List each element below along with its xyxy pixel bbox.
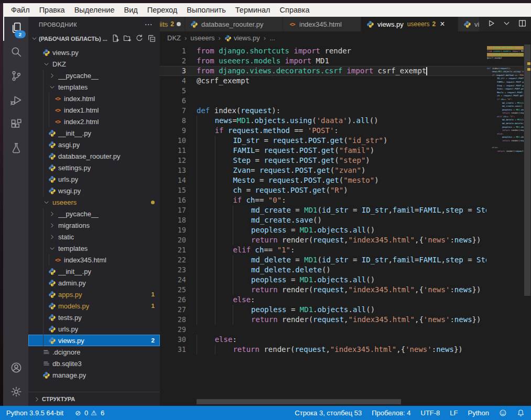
- problems-indicator[interactable]: ⊘0 ⚠6: [75, 409, 104, 417]
- scrollbar-thumb[interactable]: [524, 45, 530, 296]
- activity-account-button[interactable]: [3, 357, 28, 381]
- code-line-28[interactable]: 28return render(request,"index345.html",…: [160, 315, 524, 325]
- code-line-18[interactable]: 18md_create.save(): [160, 215, 524, 225]
- tree-item-views.py[interactable]: views.py: [28, 47, 160, 58]
- code-line-4[interactable]: 4@csrf_exempt: [160, 76, 524, 86]
- tab-diiits[interactable]: diiits2: [160, 17, 185, 31]
- menu-item-4[interactable]: Переход: [143, 4, 182, 16]
- menu-item-1[interactable]: Правка: [35, 4, 70, 16]
- tree-item-migrations[interactable]: migrations: [28, 219, 160, 231]
- feedback-icon[interactable]: [499, 409, 507, 417]
- activity-testing-button[interactable]: [3, 137, 28, 161]
- code-line-27[interactable]: 27peopless = MD1.objects.all(): [160, 305, 524, 315]
- tree-item-DKZ[interactable]: DKZ: [28, 58, 160, 70]
- tree-item-database_roouter.py[interactable]: database_roouter.py: [28, 150, 160, 162]
- code-line-29[interactable]: 29: [160, 325, 524, 335]
- code-line-3[interactable]: 3from django.views.decorators.csrf impor…: [160, 66, 524, 76]
- tab-vie[interactable]: vie: [458, 17, 479, 31]
- tab-database_roouter.py[interactable]: database_roouter.py: [185, 17, 283, 31]
- tree-item-templates[interactable]: templates: [28, 81, 160, 93]
- code-line-2[interactable]: 2from useeers.models import MD1: [160, 56, 524, 66]
- horizontal-scrollbar[interactable]: [197, 399, 401, 404]
- menu-item-7[interactable]: Справка: [275, 4, 315, 16]
- tree-item-index345.html[interactable]: <>index345.html: [28, 254, 160, 266]
- code-line-5[interactable]: 5: [160, 86, 524, 96]
- indentation-setting[interactable]: Пробелов: 4: [372, 409, 410, 417]
- code-line-25[interactable]: 25return render(request,"index345.html",…: [160, 285, 524, 295]
- tree-item-__init__.py[interactable]: __init__.py: [28, 266, 160, 277]
- activity-search-button[interactable]: [3, 41, 28, 65]
- tree-item-__pycache__[interactable]: __pycache__: [28, 70, 160, 81]
- tree-item-apps.py[interactable]: apps.py1: [28, 289, 160, 300]
- minimap[interactable]: from django.shortcuts import renderfrom …: [487, 46, 524, 153]
- new-folder-button[interactable]: [123, 34, 132, 43]
- activity-explorer-button[interactable]: 2: [3, 17, 28, 41]
- code-line-8[interactable]: 8news=MD1.objects.using('daata').all(): [160, 116, 524, 126]
- tree-item-index1.html[interactable]: <>index1.html: [28, 104, 160, 116]
- breadcrumb-item-useeers[interactable]: useeers: [190, 34, 214, 42]
- code-line-19[interactable]: 19peopless = MD1.objects.all(): [160, 225, 524, 235]
- menu-item-3[interactable]: Вид: [119, 4, 142, 16]
- tree-item-.dcignore[interactable]: .dcignore: [28, 346, 160, 358]
- tab-views.py[interactable]: views.pyuseeers2×: [361, 17, 458, 31]
- cursor-position[interactable]: Строка 3, столбец 53: [295, 409, 362, 417]
- code-line-6[interactable]: 6: [160, 96, 524, 106]
- tree-item-views.py[interactable]: views.py2: [28, 335, 160, 346]
- code-line-23[interactable]: 23md_delete.delete(): [160, 265, 524, 275]
- tree-item-admin.py[interactable]: admin.py: [28, 277, 160, 289]
- code-line-31[interactable]: 31return render(request,"index345.html",…: [160, 345, 524, 355]
- code-line-9[interactable]: 9if request.method == 'POST':: [160, 126, 524, 136]
- python-interpreter[interactable]: Python 3.9.5 64-bit: [6, 409, 63, 417]
- code-line-24[interactable]: 24peopless = MD1.objects.all(): [160, 275, 524, 285]
- eol-setting[interactable]: LF: [450, 409, 458, 417]
- menu-item-5[interactable]: Выполнить: [182, 4, 230, 16]
- code-line-10[interactable]: 10ID_str = request.POST.get("id_str"): [160, 136, 524, 146]
- code-line-16[interactable]: 16if ch== "0":: [160, 195, 524, 205]
- tree-item-manage.py[interactable]: manage.py: [28, 369, 160, 381]
- code-line-13[interactable]: 13Zvan= request.POST.get("zvan"): [160, 165, 524, 175]
- code-line-14[interactable]: 14Mesto = request.POST.get("mesto"): [160, 175, 524, 185]
- breadcrumb-item-...[interactable]: ...: [269, 34, 275, 42]
- tree-item-tests.py[interactable]: tests.py: [28, 312, 160, 323]
- tree-item-useeers[interactable]: useeers: [28, 196, 160, 208]
- code-line-22[interactable]: 22md_delete = MD1(id_str = ID_str,famil=…: [160, 255, 524, 265]
- code-line-20[interactable]: 20return render(request,"index345.html",…: [160, 235, 524, 245]
- tree-item-models.py[interactable]: models.py1: [28, 300, 160, 312]
- code-line-11[interactable]: 11FAMIL= request.POST.get("famil"): [160, 146, 524, 156]
- tab-index345.html[interactable]: <>index345.html: [283, 17, 361, 31]
- code-line-7[interactable]: 7def index(request):: [160, 106, 524, 116]
- new-file-button[interactable]: [111, 34, 120, 43]
- run-button[interactable]: [486, 19, 495, 30]
- code-line-30[interactable]: 30else:: [160, 335, 524, 345]
- vertical-scrollbar[interactable]: [524, 45, 531, 399]
- tree-item-templates[interactable]: templates: [28, 242, 160, 254]
- activity-extensions-button[interactable]: [3, 113, 28, 137]
- code-line-1[interactable]: 1from django.shortcuts import render: [160, 46, 524, 56]
- tree-item-wsgi.py[interactable]: wsgi.py: [28, 185, 160, 196]
- language-mode[interactable]: Python: [468, 409, 489, 417]
- tree-item-settings.py[interactable]: settings.py: [28, 162, 160, 173]
- tree-item-__init__.py[interactable]: __init__.py: [28, 127, 160, 139]
- activity-source-control-button[interactable]: [3, 65, 28, 89]
- menu-item-2[interactable]: Выделение: [70, 4, 120, 16]
- code-editor[interactable]: 1from django.shortcuts import render2fro…: [160, 45, 524, 399]
- menu-item-0[interactable]: Файл: [6, 4, 35, 16]
- tree-item-urls.py[interactable]: urls.py: [28, 323, 160, 335]
- explorer-more-actions-icon[interactable]: ⋯: [145, 20, 153, 29]
- close-tab-icon[interactable]: ×: [440, 19, 445, 29]
- tree-item-asgi.py[interactable]: asgi.py: [28, 139, 160, 150]
- notifications-bell-icon[interactable]: [517, 409, 525, 417]
- code-line-12[interactable]: 12Step = request.POST.get("step"): [160, 156, 524, 165]
- code-line-15[interactable]: 15ch = request.POST.get("R"): [160, 185, 524, 195]
- outline-section-header[interactable]: СТРУКТУРА: [28, 392, 160, 406]
- refresh-button[interactable]: [135, 34, 144, 43]
- workspace-section-header[interactable]: (РАБОЧАЯ ОБЛАСТЬ) ...: [28, 32, 160, 45]
- code-line-26[interactable]: 26else:: [160, 295, 524, 305]
- tree-item-index2.html[interactable]: <>index2.html: [28, 116, 160, 127]
- breadcrumb-item-views.py[interactable]: views.py: [224, 34, 260, 42]
- split-editor-button[interactable]: [518, 19, 527, 30]
- encoding-setting[interactable]: UTF-8: [421, 409, 440, 417]
- breadcrumb-item-DKZ[interactable]: DKZ: [167, 34, 181, 42]
- collapse-all-button[interactable]: [147, 34, 156, 43]
- menu-item-6[interactable]: Терминал: [231, 4, 275, 16]
